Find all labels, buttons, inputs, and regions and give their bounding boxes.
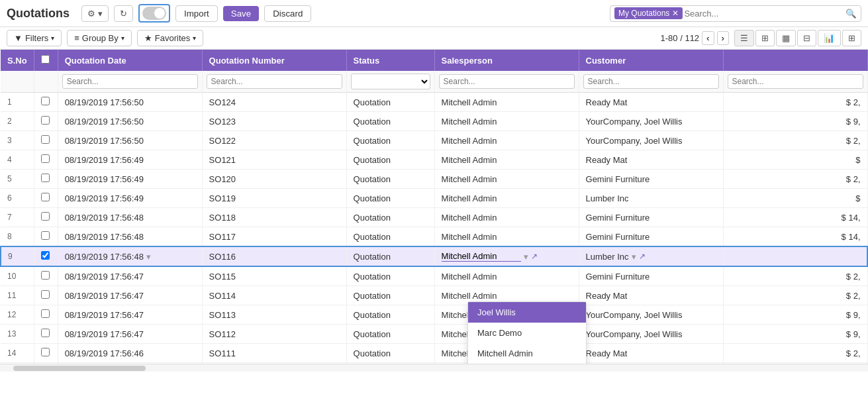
horizontal-scrollbar[interactable] xyxy=(0,364,868,372)
page-title: Quotations xyxy=(7,7,70,21)
prev-page-button[interactable]: ‹ xyxy=(702,31,714,45)
search-submit-button[interactable]: 🔍 xyxy=(845,9,857,19)
row-amount: $ 14, xyxy=(723,208,867,227)
filters-button[interactable]: ▼ Filters ▾ xyxy=(7,30,62,46)
table-row: 1 08/19/2019 17:56:50 SO124 Quotation Mi… xyxy=(1,93,867,112)
row-checkbox[interactable] xyxy=(41,135,50,144)
scrollbar-thumb[interactable] xyxy=(13,366,146,371)
row-sno: 12 xyxy=(1,305,34,325)
row-amount: $ 2, xyxy=(723,93,867,112)
table-row: 5 08/19/2019 17:56:49 SO120 Quotation Mi… xyxy=(1,170,867,189)
row-number: SO114 xyxy=(202,286,346,305)
row-customer: Gemini Furniture xyxy=(579,266,723,286)
row-checkbox[interactable] xyxy=(41,251,50,260)
save-button[interactable]: Save xyxy=(223,6,259,21)
next-page-button[interactable]: › xyxy=(717,31,729,45)
gear-arrow: ▾ xyxy=(98,9,103,19)
row-amount: $ 9, xyxy=(723,325,867,344)
select-all-checkbox[interactable] xyxy=(41,55,50,64)
search-status-select[interactable]: Quotation Sales Order xyxy=(351,74,430,89)
groupby-button[interactable]: ≡ Group By ▾ xyxy=(67,30,132,46)
search-customer-cell xyxy=(579,71,723,93)
search-amount-input[interactable] xyxy=(728,74,863,89)
row-check xyxy=(34,266,58,286)
col-customer[interactable]: Customer xyxy=(579,50,723,71)
table-view-button[interactable]: ⊟ xyxy=(797,30,816,46)
row-salesperson: Mitchell Admin xyxy=(434,131,579,150)
filter-remove-icon[interactable]: ✕ xyxy=(672,9,679,18)
search-input[interactable] xyxy=(683,7,845,20)
row-customer: Ready Mat xyxy=(579,286,723,305)
kanban-view-button[interactable]: ⊞ xyxy=(755,30,775,46)
date-value: 08/19/2019 17:56:48 xyxy=(65,252,144,262)
row-checkbox[interactable] xyxy=(41,193,50,201)
col-status[interactable]: Status xyxy=(346,50,434,71)
salesperson-arrow-icon: ▾ xyxy=(524,252,528,262)
row-status: Quotation xyxy=(346,344,434,363)
row-amount: $ 2, xyxy=(723,344,867,363)
refresh-button[interactable]: ↻ xyxy=(114,5,133,22)
gear-button[interactable]: ⚙ ▾ xyxy=(81,5,109,22)
list-view-button[interactable]: ☰ xyxy=(734,30,754,46)
row-checkbox[interactable] xyxy=(41,309,50,318)
pagination-text: 1-80 / 112 xyxy=(661,33,700,43)
row-customer: YourCompany, Joel Willis xyxy=(579,112,723,131)
col-amount[interactable] xyxy=(723,50,867,71)
row-check xyxy=(34,170,58,189)
col-sno: S.No xyxy=(1,50,34,71)
row-number: SO113 xyxy=(202,305,346,325)
row-number: SO112 xyxy=(202,325,346,344)
grid-view-button[interactable]: ⊞ xyxy=(842,30,861,46)
calendar-view-button[interactable]: ▦ xyxy=(776,30,796,46)
row-checkbox[interactable] xyxy=(41,271,50,280)
row-customer: YourCompany, Joel Willis xyxy=(579,305,723,325)
row-customer: YourCompany, Joel Willis xyxy=(579,131,723,150)
salesperson-edit-input[interactable] xyxy=(442,251,521,262)
row-checkbox[interactable] xyxy=(41,97,50,105)
chevron-right-icon: › xyxy=(722,33,724,43)
row-checkbox[interactable] xyxy=(41,116,50,125)
top-bar: Quotations ⚙ ▾ ↻ Import Save Discard My … xyxy=(0,0,868,27)
refresh-icon: ↻ xyxy=(120,9,127,19)
table-row-active: 9 08/19/2019 17:56:48 ▾ SO116 Quotation … xyxy=(1,246,867,266)
row-status: Quotation xyxy=(346,266,434,286)
row-check xyxy=(34,286,58,305)
row-checkbox[interactable] xyxy=(41,174,50,182)
chart-view-button[interactable]: 📊 xyxy=(818,30,841,46)
customer-arrow-icon: ▾ xyxy=(632,252,636,262)
search-number-input[interactable] xyxy=(207,74,342,89)
dropdown-item-mitchell-admin[interactable]: Mitchell Admin xyxy=(468,343,586,364)
filters-arrow-icon: ▾ xyxy=(51,34,54,42)
date-arrow-icon: ▾ xyxy=(146,252,151,262)
search-salesperson-input[interactable] xyxy=(439,74,575,89)
dropdown-item-marc-demo[interactable]: Marc Demo xyxy=(468,323,586,343)
row-checkbox[interactable] xyxy=(41,154,50,163)
row-checkbox[interactable] xyxy=(41,212,50,221)
row-checkbox[interactable] xyxy=(41,290,50,299)
star-icon: ★ xyxy=(144,33,152,43)
row-sno: 14 xyxy=(1,344,34,363)
table-row: 4 08/19/2019 17:56:49 SO121 Quotation Mi… xyxy=(1,150,867,170)
favorites-button[interactable]: ★ Favorites ▾ xyxy=(137,30,203,46)
toggle-button[interactable] xyxy=(138,4,170,23)
row-checkbox[interactable] xyxy=(41,348,50,356)
search-customer-input[interactable] xyxy=(583,74,719,89)
search-date-input[interactable] xyxy=(62,74,198,89)
col-number[interactable]: Quotation Number xyxy=(202,50,346,71)
import-button[interactable]: Import xyxy=(175,5,218,22)
col-date[interactable]: Quotation Date xyxy=(58,50,202,71)
table-row: 10 08/19/2019 17:56:47 SO115 Quotation M… xyxy=(1,266,867,286)
filter-tag[interactable]: My Quotations ✕ xyxy=(614,7,683,19)
customer-external-link[interactable]: ↗ xyxy=(639,252,646,261)
row-status: Quotation xyxy=(346,131,434,150)
col-salesperson[interactable]: Salesperson xyxy=(434,50,579,71)
row-sno: 6 xyxy=(1,189,34,208)
row-checkbox[interactable] xyxy=(41,329,50,337)
row-salesperson: Mitchell Admin xyxy=(434,150,579,170)
row-salesperson: Mitchell Admin xyxy=(434,208,579,227)
salesperson-external-link[interactable]: ↗ xyxy=(531,252,538,261)
dropdown-item-joel-willis[interactable]: Joel Willis xyxy=(468,302,586,323)
table-row: 13 08/19/2019 17:56:47 SO112 Quotation M… xyxy=(1,325,867,344)
discard-button[interactable]: Discard xyxy=(264,5,311,22)
row-checkbox[interactable] xyxy=(41,231,50,240)
